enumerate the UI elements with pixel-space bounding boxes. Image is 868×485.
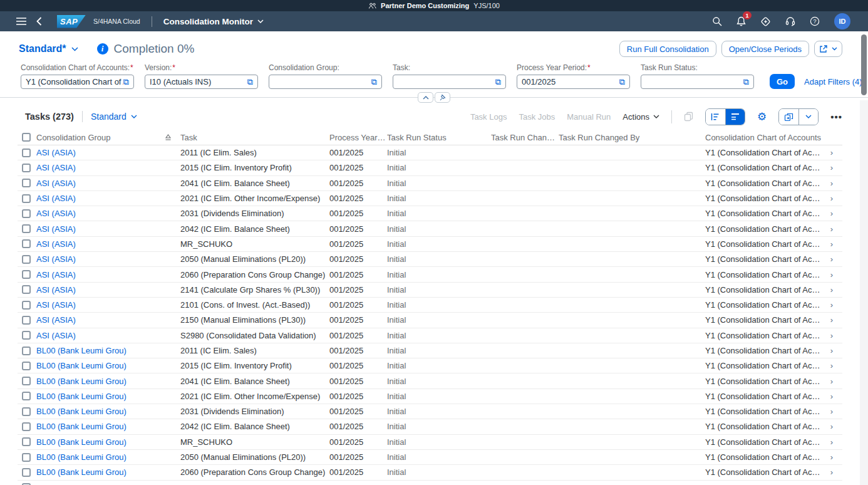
row-navigation-chevron-icon[interactable]: › xyxy=(830,437,833,447)
cell-group-link[interactable]: ASI (ASIA) xyxy=(36,179,76,188)
row-checkbox[interactable] xyxy=(22,347,31,355)
cell-group-link[interactable]: BL00 (Bank Leumi Grou) xyxy=(36,467,127,477)
cell-group-link[interactable]: ASI (ASIA) xyxy=(36,194,76,203)
value-help-icon[interactable]: ⧉ xyxy=(371,78,377,86)
row-checkbox[interactable] xyxy=(22,179,31,187)
table-row[interactable]: ASI (ASIA) 2015 (IC Elim. Inventory Prof… xyxy=(18,160,842,175)
table-row[interactable]: BL00 (Bank Leumi Grou) MR_SCHUKO 001/202… xyxy=(18,435,842,450)
row-checkbox[interactable] xyxy=(22,422,31,431)
table-row[interactable]: ASI (ASIA) 2011 (IC Elim. Sales) 001/202… xyxy=(18,145,842,160)
cell-group-link[interactable]: ASI (ASIA) xyxy=(36,285,76,295)
row-checkbox[interactable] xyxy=(22,239,31,248)
row-navigation-chevron-icon[interactable]: › xyxy=(830,452,833,462)
cell-group-link[interactable]: ASI (ASIA) xyxy=(36,224,76,234)
row-checkbox[interactable] xyxy=(22,362,31,370)
table-row[interactable]: BL00 (Bank Leumi Grou) 2060 (Preparation… xyxy=(18,465,842,480)
row-checkbox[interactable] xyxy=(22,392,31,400)
hierarchy-view-button[interactable] xyxy=(706,109,725,125)
value-help-icon[interactable]: ⧉ xyxy=(619,78,625,86)
row-navigation-chevron-icon[interactable]: › xyxy=(830,361,833,370)
info-icon[interactable]: i xyxy=(97,43,108,55)
variant-selector[interactable]: Standard* xyxy=(19,43,78,55)
cell-group-link[interactable]: BL00 (Bank Leumi Grou) xyxy=(36,437,127,447)
table-row[interactable]: BL00 (Bank Leumi Grou) 2050 (Manual Elim… xyxy=(18,450,842,465)
cell-group-link[interactable]: ASI (ASIA) xyxy=(36,163,76,172)
row-navigation-chevron-icon[interactable]: › xyxy=(830,315,833,325)
table-row[interactable]: BL00 (Bank Leumi Grou) 2041 (IC Elim. Ba… xyxy=(18,373,842,389)
column-header-task[interactable]: Task xyxy=(180,133,329,142)
cell-group-link[interactable]: BL00 (Bank Leumi Grou) xyxy=(36,392,127,401)
row-navigation-chevron-icon[interactable]: › xyxy=(830,285,833,295)
cell-group-link[interactable]: BL00 (Bank Leumi Grou) xyxy=(36,422,127,431)
cell-group-link[interactable]: BL00 (Bank Leumi Grou) xyxy=(36,452,127,462)
row-navigation-chevron-icon[interactable]: › xyxy=(830,407,833,416)
cell-group-link[interactable]: ASI (ASIA) xyxy=(36,254,76,264)
row-checkbox[interactable] xyxy=(22,316,31,325)
cell-group-link[interactable]: ASI (ASIA) xyxy=(36,270,76,279)
column-header-consolidation-group[interactable]: Consolidation Group xyxy=(36,133,180,142)
table-row[interactable]: ASI (ASIA) 2042 (IC Elim. Balance Sheet)… xyxy=(18,221,842,236)
adapt-filters-link[interactable]: Adapt Filters (4) xyxy=(804,77,862,86)
cell-group-link[interactable]: ASI (ASIA) xyxy=(36,239,76,249)
row-checkbox[interactable] xyxy=(22,331,31,340)
row-navigation-chevron-icon[interactable]: › xyxy=(830,331,833,340)
cell-group-link[interactable]: ASI (ASIA) xyxy=(36,148,76,157)
row-checkbox[interactable] xyxy=(22,437,31,446)
filter-input[interactable] xyxy=(522,77,619,86)
table-row[interactable]: BL00 (Bank Leumi Grou) 2021 (IC Elim. Ot… xyxy=(18,389,842,404)
row-navigation-chevron-icon[interactable]: › xyxy=(830,346,833,355)
app-title-menu[interactable]: Consolidation Monitor xyxy=(163,17,264,26)
table-row[interactable]: ASI (ASIA) 2021 (IC Elim. Other Income/E… xyxy=(18,191,842,206)
row-checkbox[interactable] xyxy=(22,194,31,203)
value-help-icon[interactable]: ⧉ xyxy=(123,78,129,86)
table-row[interactable]: ASI (ASIA) 2031 (Dividends Elimination) … xyxy=(18,206,842,221)
overflow-menu-icon[interactable]: ••• xyxy=(830,112,842,122)
table-row[interactable]: BL00 (Bank Leumi Grou) 2011 (IC Elim. Sa… xyxy=(18,343,842,358)
row-checkbox[interactable] xyxy=(22,270,31,279)
diamond-plus-icon[interactable] xyxy=(760,16,771,27)
row-checkbox[interactable] xyxy=(22,209,31,218)
table-row[interactable]: ASI (ASIA) 2101 (Cons. of Invest. (Act.-… xyxy=(18,298,842,313)
select-all-checkbox[interactable] xyxy=(22,133,31,142)
row-navigation-chevron-icon[interactable]: › xyxy=(830,270,833,279)
value-help-icon[interactable]: ⧉ xyxy=(495,78,501,86)
row-navigation-chevron-icon[interactable]: › xyxy=(830,392,833,401)
table-scrollbar-track[interactable] xyxy=(860,100,868,485)
table-row[interactable]: BL00 (Bank Leumi Grou) 2031 (Dividends E… xyxy=(18,404,842,419)
table-row[interactable]: BL00 (Bank Leumi Grou) 2042 (IC Elim. Ba… xyxy=(18,419,842,434)
filter-input[interactable] xyxy=(274,77,371,86)
row-checkbox[interactable] xyxy=(22,149,31,157)
row-checkbox[interactable] xyxy=(22,453,31,462)
row-navigation-chevron-icon[interactable]: › xyxy=(830,422,833,431)
row-navigation-chevron-icon[interactable]: › xyxy=(830,467,833,477)
row-navigation-chevron-icon[interactable]: › xyxy=(830,300,833,310)
row-navigation-chevron-icon[interactable]: › xyxy=(830,224,833,234)
help-icon[interactable]: ? xyxy=(810,16,820,26)
table-row[interactable]: ASI (ASIA) 2150 (Manual Eliminations (PL… xyxy=(18,313,842,328)
column-header-task-run-changed-by[interactable]: Task Run Changed By xyxy=(559,133,705,142)
row-checkbox[interactable] xyxy=(22,377,31,385)
open-close-periods-button[interactable]: Open/Close Periods xyxy=(721,41,809,57)
row-navigation-chevron-icon[interactable]: › xyxy=(830,179,833,188)
table-row[interactable]: ASI (ASIA) 2041 (IC Elim. Balance Sheet)… xyxy=(18,176,842,191)
flat-view-button[interactable] xyxy=(725,109,745,125)
row-checkbox[interactable] xyxy=(22,255,31,264)
row-navigation-chevron-icon[interactable]: › xyxy=(830,209,833,218)
back-button-icon[interactable] xyxy=(36,17,42,26)
row-navigation-chevron-icon[interactable]: › xyxy=(830,163,833,172)
cell-group-link[interactable]: BL00 (Bank Leumi Grou) xyxy=(36,377,127,386)
value-help-icon[interactable]: ⧉ xyxy=(247,78,253,86)
row-navigation-chevron-icon[interactable]: › xyxy=(830,254,833,264)
row-navigation-chevron-icon[interactable]: › xyxy=(830,377,833,386)
column-header-task-run-changed-at[interactable]: Task Run Changed At xyxy=(491,133,559,142)
filter-input[interactable] xyxy=(150,77,247,86)
table-row[interactable]: ASI (ASIA) 2050 (Manual Eliminations (PL… xyxy=(18,252,842,267)
row-checkbox[interactable] xyxy=(22,224,31,233)
cell-group-link[interactable]: BL00 (Bank Leumi Grou) xyxy=(36,361,127,370)
row-navigation-chevron-icon[interactable]: › xyxy=(830,239,833,249)
notifications-bell-icon[interactable]: 1 xyxy=(736,16,746,26)
actions-menu-button[interactable]: Actions xyxy=(623,112,659,122)
table-row[interactable]: ASI (ASIA) MR_SCHUKO 001/2025 Initial Y1… xyxy=(18,237,842,252)
table-row[interactable]: BL00 (Bank Leumi Grou) 2141 (Calculate G… xyxy=(18,481,842,485)
row-checkbox[interactable] xyxy=(22,468,31,477)
